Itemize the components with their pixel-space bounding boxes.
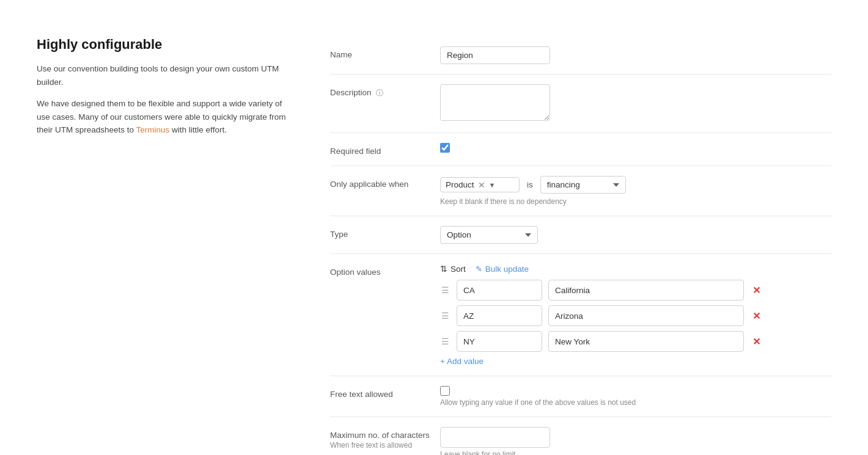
label-input-1[interactable] xyxy=(548,305,744,326)
sort-label: Sort xyxy=(451,264,466,274)
sort-icon: ⇅ xyxy=(440,264,447,274)
edit-icon: ✎ xyxy=(476,264,482,274)
option-value-row-0: ☰ ✕ xyxy=(440,280,831,300)
code-input-1[interactable] xyxy=(457,305,542,326)
para1: Use our convention building tools to des… xyxy=(37,62,293,89)
type-label: Type xyxy=(330,226,440,239)
max-chars-row: Maximum no. of characters When free text… xyxy=(330,417,831,455)
description-help-icon: ⓘ xyxy=(376,89,383,97)
max-chars-label: Maximum no. of characters When free text… xyxy=(330,427,440,450)
required-label: Required field xyxy=(330,143,440,156)
option-value-row-1: ☰ ✕ xyxy=(440,305,831,326)
option-values-row: Option values ⇅ Sort ✎ Bulk update ☰ xyxy=(330,254,831,376)
free-text-row: Free text allowed Allow typing any value… xyxy=(330,376,831,417)
right-panel: Name Description ⓘ Required field xyxy=(330,24,831,455)
para2-after: with little effort. xyxy=(169,125,227,134)
description-label: Description ⓘ xyxy=(330,84,440,98)
applicable-hint: Keep it blank if there is no dependency xyxy=(440,197,831,206)
name-label: Name xyxy=(330,46,440,59)
label-input-0[interactable] xyxy=(548,280,744,300)
add-value-label: + Add value xyxy=(440,357,484,366)
remove-btn-2[interactable]: ✕ xyxy=(750,336,763,348)
free-text-hint: Allow typing any value if one of the abo… xyxy=(440,398,831,407)
max-chars-content: Leave blank for no limit xyxy=(440,427,831,455)
page-title: Highly configurable xyxy=(37,37,293,53)
left-panel: Highly configurable Use our convention b… xyxy=(37,24,330,455)
description-textarea[interactable] xyxy=(440,84,550,121)
applicable-content: Product ✕ ▼ is financing Keep it blank i… xyxy=(440,176,831,206)
leave-blank-hint: Leave blank for no limit xyxy=(440,450,831,455)
para2: We have designed them to be flexible and… xyxy=(37,97,293,137)
required-row: Required field xyxy=(330,133,831,166)
bulk-update-label: Bulk update xyxy=(485,264,529,274)
name-input[interactable] xyxy=(440,46,550,64)
name-row: Name xyxy=(330,37,831,75)
description-row: Description ⓘ xyxy=(330,75,831,133)
applicable-product-chevron: ▼ xyxy=(489,181,496,189)
add-value-button[interactable]: + Add value xyxy=(440,357,484,366)
option-actions: ⇅ Sort ✎ Bulk update xyxy=(440,264,831,274)
required-checkbox[interactable] xyxy=(440,143,450,153)
code-input-0[interactable] xyxy=(457,280,542,300)
type-row: Type Option xyxy=(330,216,831,254)
remove-btn-1[interactable]: ✕ xyxy=(750,310,763,322)
bulk-update-button[interactable]: ✎ Bulk update xyxy=(476,264,529,274)
free-text-checkbox[interactable] xyxy=(440,386,450,396)
description-content xyxy=(440,84,831,123)
applicable-controls: Product ✕ ▼ is financing xyxy=(440,176,831,194)
free-text-content: Allow typing any value if one of the abo… xyxy=(440,386,831,407)
type-select[interactable]: Option xyxy=(440,226,538,244)
free-text-label: Free text allowed xyxy=(330,386,440,399)
applicable-is-text: is xyxy=(524,180,535,189)
type-content: Option xyxy=(440,226,831,244)
applicable-product-select[interactable]: Product ✕ ▼ xyxy=(440,177,520,192)
required-content xyxy=(440,143,831,153)
remove-btn-0[interactable]: ✕ xyxy=(750,285,763,296)
drag-handle-1[interactable]: ☰ xyxy=(440,311,451,321)
code-input-2[interactable] xyxy=(457,331,542,352)
option-values-label: Option values xyxy=(330,264,440,277)
option-value-row-2: ☰ ✕ xyxy=(440,331,831,352)
name-content xyxy=(440,46,831,64)
free-text-controls: Allow typing any value if one of the abo… xyxy=(440,386,831,407)
required-checkbox-wrap xyxy=(440,143,831,153)
drag-handle-2[interactable]: ☰ xyxy=(440,337,451,346)
drag-handle-0[interactable]: ☰ xyxy=(440,285,451,295)
terminus-link[interactable]: Terminus xyxy=(136,125,170,134)
sort-button[interactable]: ⇅ Sort xyxy=(440,264,466,274)
applicable-financing-select[interactable]: financing xyxy=(540,176,626,194)
option-values-content: ⇅ Sort ✎ Bulk update ☰ ✕ xyxy=(440,264,831,366)
applicable-label: Only applicable when xyxy=(330,176,440,189)
applicable-product-close[interactable]: ✕ xyxy=(478,181,485,189)
applicable-product-label: Product xyxy=(446,180,474,189)
max-chars-input[interactable] xyxy=(440,427,550,448)
label-input-2[interactable] xyxy=(548,331,744,352)
applicable-row: Only applicable when Product ✕ ▼ is fina… xyxy=(330,166,831,216)
